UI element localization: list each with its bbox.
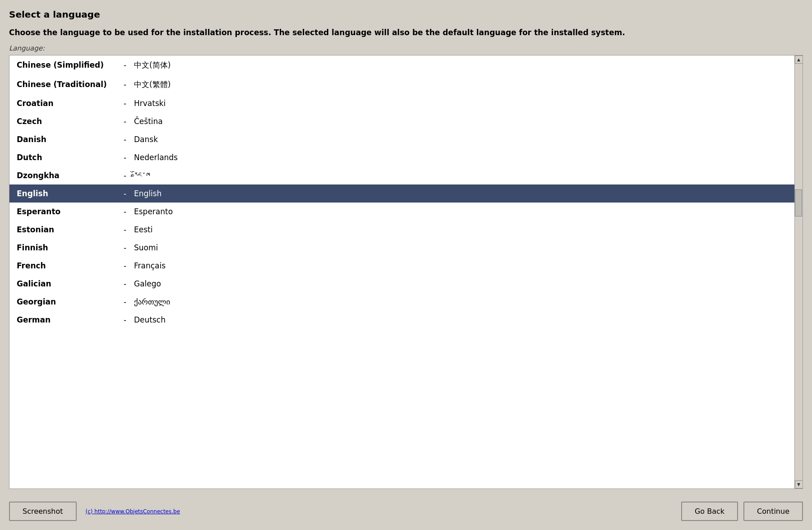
lang-native-name: 中文(繁體) [134, 79, 171, 90]
list-item[interactable]: Croatian-Hrvatski [9, 94, 794, 112]
screenshot-button[interactable]: Screenshot [9, 502, 77, 521]
list-item[interactable]: Georgian-ქართული [9, 293, 794, 311]
bottom-bar: Screenshot (c) http://www.ObjetsConnecte… [9, 502, 803, 521]
lang-native-name: Suomi [134, 243, 158, 252]
lang-name: German [17, 315, 116, 324]
lang-native-name: Hrvatski [134, 99, 166, 108]
lang-separator: - [116, 99, 134, 108]
lang-separator: - [116, 189, 134, 198]
list-item[interactable]: Galician-Galego [9, 275, 794, 293]
list-item[interactable]: Dzongkha-རྫོང་ཁ [9, 166, 794, 184]
lang-separator: - [116, 153, 134, 162]
lang-name: Galician [17, 279, 116, 288]
scrollbar-thumb[interactable] [795, 189, 802, 217]
lang-name: Dutch [17, 153, 116, 162]
lang-native-name: ქართული [134, 297, 170, 306]
bottom-left: Screenshot (c) http://www.ObjetsConnecte… [9, 502, 180, 521]
lang-name: Chinese (Simplified) [17, 60, 116, 69]
lang-separator: - [116, 207, 134, 216]
lang-name: Esperanto [17, 207, 116, 216]
bottom-right: Go Back Continue [681, 502, 803, 521]
lang-name: Czech [17, 117, 116, 126]
list-item[interactable]: Chinese (Simplified)-中文(简体) [9, 55, 794, 75]
list-item[interactable]: Esperanto-Esperanto [9, 203, 794, 221]
lang-native-name: Nederlands [134, 153, 178, 162]
lang-native-name: Français [134, 261, 166, 270]
lang-separator: - [116, 261, 134, 270]
list-item[interactable]: Danish-Dansk [9, 130, 794, 148]
language-label: Language: [9, 44, 803, 52]
lang-native-name: 中文(简体) [134, 60, 171, 70]
list-item[interactable]: Chinese (Traditional)-中文(繁體) [9, 75, 794, 94]
list-item[interactable]: French-Français [9, 257, 794, 275]
lang-name: Danish [17, 135, 116, 144]
list-item[interactable]: German-Deutsch [9, 311, 794, 329]
list-item[interactable]: English-English [9, 184, 794, 203]
scrollbar-thumb-area [795, 64, 803, 481]
lang-name: Chinese (Traditional) [17, 80, 116, 89]
language-list-container: Chinese (Simplified)-中文(简体)Chinese (Trad… [9, 55, 803, 489]
copyright-text: (c) http://www.ObjetsConnectes.be [86, 508, 180, 515]
lang-name: Finnish [17, 243, 116, 252]
list-item[interactable]: Finnish-Suomi [9, 239, 794, 257]
lang-native-name: Dansk [134, 135, 158, 144]
lang-native-name: Čeština [134, 117, 163, 126]
lang-name: Georgian [17, 297, 116, 306]
lang-separator: - [116, 279, 134, 288]
scroll-down-button[interactable]: ▼ [795, 480, 803, 489]
lang-name: Croatian [17, 99, 116, 108]
lang-native-name: English [134, 189, 161, 198]
list-item[interactable]: Estonian-Eesti [9, 221, 794, 239]
lang-separator: - [116, 171, 134, 180]
lang-separator: - [116, 80, 134, 89]
lang-native-name: Esperanto [134, 207, 173, 216]
lang-separator: - [116, 117, 134, 126]
lang-separator: - [116, 135, 134, 144]
go-back-button[interactable]: Go Back [681, 502, 738, 521]
list-item[interactable]: Dutch-Nederlands [9, 148, 794, 166]
lang-native-name: Eesti [134, 225, 152, 234]
lang-native-name: རྫོང་ཁ [134, 171, 150, 180]
lang-separator: - [116, 60, 134, 69]
list-item[interactable]: Czech-Čeština [9, 112, 794, 130]
lang-name: English [17, 189, 116, 198]
scroll-up-button[interactable]: ▲ [795, 55, 803, 64]
lang-separator: - [116, 225, 134, 234]
page-title: Select a language [9, 9, 803, 20]
scrollbar-track: ▲ ▼ [794, 55, 803, 489]
lang-native-name: Deutsch [134, 315, 166, 324]
lang-name: Estonian [17, 225, 116, 234]
language-list-scroll[interactable]: Chinese (Simplified)-中文(简体)Chinese (Trad… [9, 55, 794, 489]
lang-name: Dzongkha [17, 171, 116, 180]
lang-native-name: Galego [134, 279, 161, 288]
description-text: Choose the language to be used for the i… [9, 27, 803, 39]
lang-name: French [17, 261, 116, 270]
continue-button[interactable]: Continue [743, 502, 803, 521]
lang-separator: - [116, 297, 134, 306]
lang-separator: - [116, 315, 134, 324]
lang-separator: - [116, 243, 134, 252]
